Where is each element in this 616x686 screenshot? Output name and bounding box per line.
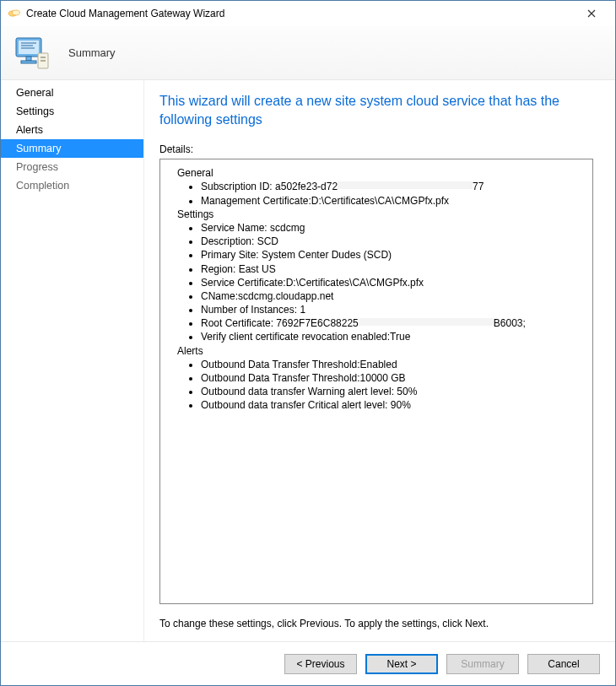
footer: < Previous Next > Summary Cancel <box>1 641 615 685</box>
details-item: Description: SCD <box>201 235 584 248</box>
main-panel: This wizard will create a new site syste… <box>144 80 615 641</box>
details-section-title-general: General <box>177 166 584 180</box>
cancel-button[interactable]: Cancel <box>527 654 600 674</box>
sidebar: GeneralSettingsAlertsSummaryProgressComp… <box>1 80 144 641</box>
sidebar-item-settings[interactable]: Settings <box>1 102 143 121</box>
redacted-segment <box>359 317 494 327</box>
details-item: Root Certificate: 7692F7E6C88225B6003; <box>201 316 584 330</box>
svg-rect-5 <box>21 61 36 63</box>
monitor-icon <box>13 35 51 72</box>
svg-rect-4 <box>26 57 31 61</box>
sidebar-item-summary[interactable]: Summary <box>1 139 143 158</box>
wizard-window: Create Cloud Management Gateway Wizard S… <box>0 0 616 686</box>
svg-rect-8 <box>41 60 46 62</box>
details-item: Subscription ID: a502fe23-d7277 <box>201 180 584 193</box>
details-section-title-alerts: Alerts <box>177 344 584 358</box>
details-item: Service Name: scdcmg <box>201 221 584 235</box>
sidebar-item-progress[interactable]: Progress <box>1 158 143 176</box>
details-item: Verify client certificate revocation ena… <box>201 330 584 343</box>
title-bar: Create Cloud Management Gateway Wizard <box>1 1 615 26</box>
details-item: Outbound data transfer Critical alert le… <box>201 398 584 412</box>
details-section-list-general: Subscription ID: a502fe23-d7277Managemen… <box>201 180 584 207</box>
page-title: Summary <box>68 46 116 59</box>
details-item: Outbound data transfer Warning alert lev… <box>201 385 584 398</box>
details-item: Management Certificate:D:\Certificates\C… <box>201 194 584 208</box>
details-item: Outbound Data Transfer Threshold:Enabled <box>201 358 584 371</box>
app-icon <box>8 7 21 20</box>
body: GeneralSettingsAlertsSummaryProgressComp… <box>1 80 615 641</box>
svg-point-1 <box>13 10 20 15</box>
svg-rect-7 <box>41 57 46 58</box>
summary-button: Summary <box>446 654 519 674</box>
details-item: Region: East US <box>201 262 584 276</box>
sidebar-item-general[interactable]: General <box>1 84 143 102</box>
svg-rect-3 <box>19 41 39 54</box>
redacted-segment <box>338 181 473 190</box>
previous-button[interactable]: < Previous <box>284 654 357 674</box>
details-item: Service Certificate:D:\Certificates\CA\C… <box>201 276 584 289</box>
details-box: GeneralSubscription ID: a502fe23-d7277Ma… <box>159 159 593 604</box>
details-item: Outbound Data Transfer Threshold:10000 G… <box>201 371 584 385</box>
summary-heading: This wizard will create a new site syste… <box>159 92 593 128</box>
details-section-list-settings: Service Name: scdcmgDescription: SCDPrim… <box>201 221 584 344</box>
details-section-list-alerts: Outbound Data Transfer Threshold:Enabled… <box>201 358 584 413</box>
close-button[interactable] <box>575 2 608 25</box>
details-item: Primary Site: System Center Dudes (SCD) <box>201 248 584 262</box>
sidebar-item-alerts[interactable]: Alerts <box>1 121 143 139</box>
details-section-title-settings: Settings <box>177 208 584 221</box>
next-button[interactable]: Next > <box>365 654 438 674</box>
sidebar-item-completion[interactable]: Completion <box>1 176 143 195</box>
window-title: Create Cloud Management Gateway Wizard <box>26 8 575 19</box>
details-item: CName:scdcmg.cloudapp.net <box>201 289 584 303</box>
details-label: Details: <box>159 143 593 155</box>
bottom-hint: To change these settings, click Previous… <box>159 618 593 629</box>
details-item: Number of Instances: 1 <box>201 303 584 316</box>
header: Summary <box>1 26 615 80</box>
